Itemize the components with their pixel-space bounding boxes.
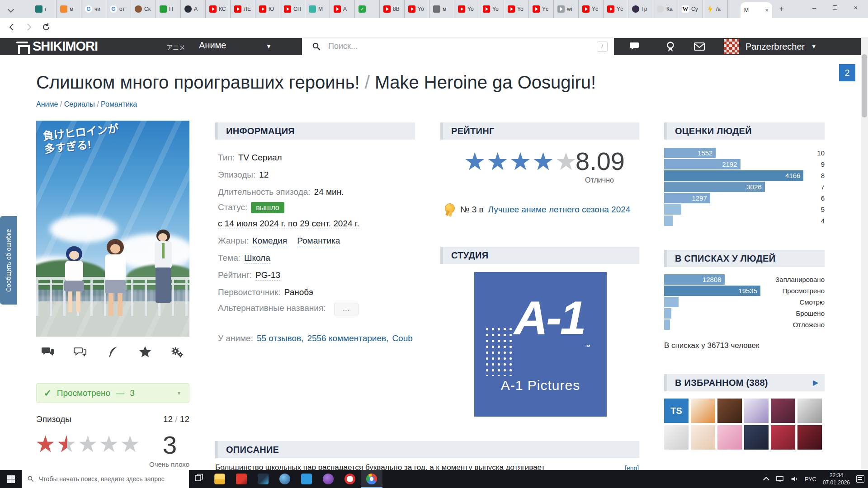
taskbar-app-vscode[interactable]: [296, 470, 317, 488]
taskbar-app-chrome-active[interactable]: [361, 470, 382, 488]
taskbar-app-red[interactable]: [231, 470, 252, 488]
browser-tab[interactable]: Ск: [131, 0, 156, 18]
browser-tab[interactable]: м: [429, 0, 454, 18]
user-menu[interactable]: Panzerbrecher ▼: [724, 38, 816, 55]
entry-link[interactable]: 55 отзывов,: [257, 333, 303, 343]
window-minimize-button[interactable]: –: [804, 0, 825, 16]
favorite-user-avatar[interactable]: [771, 399, 795, 423]
browser-tab[interactable]: Yc: [529, 0, 554, 18]
browser-tab[interactable]: А: [330, 0, 355, 18]
tray-expand-icon[interactable]: [763, 477, 769, 483]
browser-tab[interactable]: /а: [703, 0, 728, 18]
browser-tab[interactable]: Gот: [106, 0, 131, 18]
browser-tab[interactable]: А: [181, 0, 206, 18]
forward-button[interactable]: [23, 22, 35, 34]
taskbar-clock[interactable]: 22:3407.01.2026: [823, 472, 850, 486]
task-view-button[interactable]: [189, 474, 209, 484]
browser-tab[interactable]: ✓: [355, 0, 380, 18]
site-search-input[interactable]: Поиск... /: [302, 38, 614, 55]
entry-link[interactable]: Coub: [392, 333, 412, 343]
favorite-user-avatar[interactable]: [717, 425, 742, 450]
start-button[interactable]: [0, 470, 22, 488]
age-rating-value[interactable]: PG-13: [255, 270, 280, 281]
browser-tab[interactable]: Gчи: [81, 0, 106, 18]
unread-counter-badge[interactable]: 2: [839, 64, 855, 81]
taskbar-search-input[interactable]: Чтобы начать поиск, введите здесь запрос: [22, 470, 189, 488]
browser-tab[interactable]: г: [32, 0, 57, 18]
browser-tab[interactable]: ЛЕ: [231, 0, 255, 18]
browser-tab[interactable]: 8В: [380, 0, 405, 18]
display-icon[interactable]: [776, 475, 784, 483]
favorites-arrow-icon[interactable]: ▶: [813, 374, 818, 391]
favorite-user-avatar[interactable]: [664, 425, 689, 450]
info-row-dates[interactable]: с 14 июля 2024 г. по 29 сент. 2024 г.: [218, 219, 359, 229]
list-status-button[interactable]: ✓ Просмотрено — 3 ▼: [36, 383, 189, 403]
taskbar-app-purple[interactable]: [317, 470, 339, 488]
back-button[interactable]: [5, 22, 18, 34]
browser-tab[interactable]: П: [156, 0, 181, 18]
favorite-user-avatar[interactable]: [797, 425, 822, 450]
report-error-button[interactable]: Сообщить об ошибке: [0, 216, 17, 305]
studio-logo[interactable]: A-1 ™ A-1 Pictures: [474, 272, 607, 417]
achievements-icon[interactable]: [665, 41, 676, 52]
scrollbar-thumb[interactable]: [862, 54, 867, 117]
taskbar-app-explorer[interactable]: [209, 470, 231, 488]
window-restore-button[interactable]: [825, 0, 845, 16]
volume-icon[interactable]: [790, 475, 798, 483]
genre-link[interactable]: Романтика: [297, 236, 340, 246]
discussion-outline-icon[interactable]: [74, 345, 87, 361]
browser-tab[interactable]: м: [57, 0, 81, 18]
favorite-user-avatar[interactable]: [744, 425, 769, 450]
browser-tab[interactable]: Yo: [454, 0, 479, 18]
new-tab-button[interactable]: +: [776, 4, 788, 15]
taskbar-app-opera[interactable]: [339, 470, 361, 488]
favorite-user-avatar[interactable]: TS: [664, 399, 689, 423]
favorite-user-avatar[interactable]: [744, 399, 769, 423]
review-quill-icon[interactable]: [106, 345, 120, 361]
favorite-user-avatar[interactable]: [717, 399, 742, 423]
favorite-star-icon[interactable]: [138, 345, 152, 361]
comments-filled-icon[interactable]: [42, 345, 55, 361]
browser-tab[interactable]: Yc: [579, 0, 604, 18]
entry-link[interactable]: 2556 комментариев,: [307, 333, 388, 343]
browser-tab[interactable]: М: [305, 0, 330, 18]
browser-tab[interactable]: Ка: [653, 0, 678, 18]
tab-search-chevron-icon[interactable]: [8, 6, 14, 13]
breadcrumb-link[interactable]: Аниме: [36, 100, 58, 108]
favorite-user-avatar[interactable]: [691, 425, 715, 450]
browser-tab[interactable]: Ю: [255, 0, 280, 18]
tab-close-icon[interactable]: ×: [765, 7, 769, 14]
favorite-user-avatar[interactable]: [797, 399, 822, 423]
mail-icon[interactable]: [693, 41, 705, 52]
reload-button[interactable]: [40, 22, 52, 34]
browser-tab[interactable]: Yo: [504, 0, 529, 18]
comments-icon[interactable]: [629, 41, 641, 52]
episodes-current[interactable]: 12: [163, 414, 173, 424]
alt-names-expand-button[interactable]: …: [334, 303, 359, 315]
settings-gears-icon[interactable]: [170, 345, 184, 361]
taskbar-app-dark[interactable]: [252, 470, 274, 488]
user-rating-stars[interactable]: ★★★★★ ★★★★★: [35, 433, 141, 455]
page-scrollbar[interactable]: [861, 38, 868, 470]
browser-tab[interactable]: Yo: [405, 0, 429, 18]
action-center-icon[interactable]: [856, 475, 864, 483]
language-indicator[interactable]: РУС: [805, 476, 816, 483]
browser-tab[interactable]: КС: [206, 0, 231, 18]
breadcrumb-link[interactable]: Романтика: [101, 100, 137, 108]
season-top-link[interactable]: Лучшее аниме летнего сезона 2024: [488, 205, 631, 215]
browser-tab[interactable]: WСу: [678, 0, 703, 18]
genre-link[interactable]: Комедия: [252, 236, 287, 246]
favorite-user-avatar[interactable]: [771, 425, 795, 450]
nav-anime-menu[interactable]: Аниме: [199, 40, 226, 51]
browser-tab[interactable]: Yo: [479, 0, 504, 18]
browser-tab[interactable]: СП: [280, 0, 305, 18]
taskbar-app-round[interactable]: [274, 470, 296, 488]
window-close-button[interactable]: ×: [845, 0, 866, 16]
browser-tab[interactable]: wi: [554, 0, 579, 18]
anime-poster[interactable]: 負けヒロインが 多すぎる!: [36, 121, 189, 337]
browser-tab[interactable]: Yc: [604, 0, 628, 18]
theme-link[interactable]: Школа: [244, 253, 270, 263]
site-logo[interactable]: SHIKIMORI: [15, 39, 98, 54]
breadcrumb-link[interactable]: Сериалы: [64, 100, 95, 108]
active-tab[interactable]: М ×: [741, 2, 772, 18]
